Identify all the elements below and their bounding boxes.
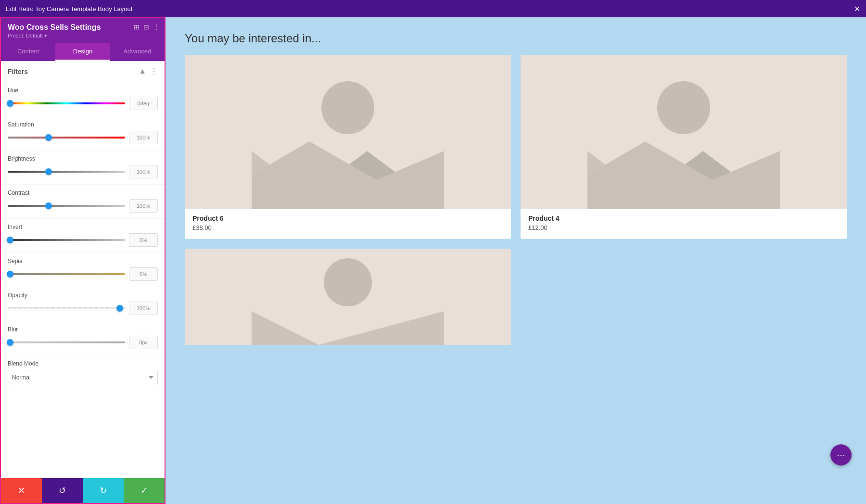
title-bar-text: Edit Retro Toy Camera Template Body Layo… — [6, 5, 132, 13]
opacity-label: Opacity — [8, 292, 158, 299]
filters-panel: Filters ▲ ⋮ Hue 0deg — [1, 61, 165, 478]
invert-thumb[interactable] — [7, 237, 13, 243]
tab-content[interactable]: Content — [1, 43, 55, 61]
tab-advanced[interactable]: Advanced — [110, 43, 165, 61]
blur-track — [8, 341, 125, 343]
cancel-button[interactable]: ✕ — [1, 478, 42, 503]
sepia-label: Sepia — [8, 258, 158, 265]
opacity-thumb[interactable] — [116, 305, 123, 312]
blur-value: 0px — [129, 336, 158, 349]
product-card-2: Product 4 £12.00 — [521, 55, 847, 239]
product-price-1: £38.00 — [192, 224, 503, 231]
product-image-svg-2 — [521, 55, 847, 209]
main-layout: ⊞ ⊟ ⋮ Woo Cross Sells Settings Preset: D… — [0, 17, 866, 504]
product-card-1: Product 6 £38.00 — [185, 55, 511, 239]
opacity-slider[interactable] — [8, 303, 125, 313]
blur-control: 0px — [8, 336, 158, 349]
save-button[interactable]: ✓ — [124, 478, 165, 503]
opacity-value: 100% — [129, 302, 158, 315]
saturation-slider[interactable] — [8, 133, 125, 142]
filter-invert: Invert 0% — [1, 219, 165, 253]
saturation-thumb[interactable] — [45, 134, 52, 141]
filters-header: Filters ▲ ⋮ — [1, 61, 165, 82]
sepia-slider[interactable] — [8, 269, 125, 279]
product-name-1: Product 6 — [192, 214, 503, 222]
contrast-value: 100% — [129, 199, 158, 213]
blur-slider[interactable] — [8, 338, 125, 347]
filters-title: Filters — [8, 68, 28, 76]
filter-sepia: Sepia 0% — [1, 253, 165, 287]
more-icon[interactable]: ⋮ — [153, 23, 160, 31]
redo-button[interactable]: ↻ — [83, 478, 124, 503]
blend-mode-row: Blend Mode Normal Multiply Screen Overla… — [1, 355, 165, 392]
tab-design[interactable]: Design — [55, 43, 110, 61]
filter-saturation: Saturation 100% — [1, 116, 165, 151]
opacity-control: 100% — [8, 302, 158, 315]
hue-slider[interactable] — [8, 99, 125, 108]
brightness-value: 100% — [129, 165, 158, 178]
filters-header-icons: ▲ ⋮ — [139, 67, 158, 76]
collapse-icon[interactable]: ▲ — [139, 67, 146, 76]
blend-mode-select[interactable]: Normal Multiply Screen Overlay Darken Li… — [8, 370, 158, 385]
sidebar-tabs: Content Design Advanced — [1, 43, 165, 61]
fab-button[interactable]: ⋯ — [830, 444, 852, 466]
invert-track — [8, 239, 125, 241]
hue-label: Hue — [8, 87, 158, 94]
undo-button[interactable]: ↺ — [42, 478, 83, 503]
blur-label: Blur — [8, 326, 158, 333]
product-card-3 — [185, 249, 511, 345]
close-button[interactable]: ✕ — [854, 4, 860, 13]
filter-blur: Blur 0px — [1, 321, 165, 355]
products-grid: Product 6 £38.00 Product 4 — [185, 55, 847, 345]
columns-icon[interactable]: ⊟ — [143, 23, 149, 31]
saturation-control: 100% — [8, 131, 158, 144]
brightness-slider[interactable] — [8, 167, 125, 176]
contrast-slider[interactable] — [8, 201, 125, 211]
brightness-track — [8, 171, 125, 173]
brightness-thumb[interactable] — [45, 168, 52, 175]
filter-hue: Hue 0deg — [1, 82, 165, 116]
product-image-2 — [521, 55, 847, 209]
grid-icon[interactable]: ⊞ — [134, 23, 140, 31]
contrast-control: 100% — [8, 199, 158, 213]
hue-value: 0deg — [129, 97, 158, 110]
product-price-2: £12.00 — [528, 224, 839, 231]
filter-opacity: Opacity 100% — [1, 287, 165, 321]
hue-thumb[interactable] — [7, 100, 13, 107]
product-image-svg-3 — [185, 249, 511, 345]
sepia-value: 0% — [129, 267, 158, 281]
preset-selector[interactable]: Preset: Default ▾ — [8, 33, 158, 39]
invert-value: 0% — [129, 233, 158, 247]
invert-control: 0% — [8, 233, 158, 247]
sidebar-icon-group: ⊞ ⊟ ⋮ — [134, 23, 160, 31]
saturation-track — [8, 137, 125, 139]
blend-mode-label: Blend Mode — [8, 360, 158, 367]
sepia-track — [8, 273, 125, 275]
saturation-label: Saturation — [8, 121, 158, 128]
contrast-track — [8, 205, 125, 207]
hue-track — [8, 102, 125, 104]
svg-point-6 — [657, 81, 710, 134]
product-image-3 — [185, 249, 511, 345]
filter-brightness: Brightness 100% — [1, 151, 165, 185]
canvas-area: You may be interested in... Product 6 £3… — [166, 17, 866, 504]
filter-contrast: Contrast 100% — [1, 185, 165, 219]
blur-thumb[interactable] — [7, 339, 13, 346]
invert-label: Invert — [8, 224, 158, 230]
product-info-2: Product 4 £12.00 — [521, 209, 847, 239]
brightness-control: 100% — [8, 165, 158, 178]
hue-control: 0deg — [8, 97, 158, 110]
sepia-thumb[interactable] — [7, 271, 13, 277]
sidebar: ⊞ ⊟ ⋮ Woo Cross Sells Settings Preset: D… — [0, 17, 166, 504]
contrast-thumb[interactable] — [45, 202, 52, 209]
sepia-control: 0% — [8, 267, 158, 281]
invert-slider[interactable] — [8, 235, 125, 245]
filters-menu-icon[interactable]: ⋮ — [150, 67, 158, 76]
product-name-2: Product 4 — [528, 214, 839, 222]
brightness-label: Brightness — [8, 155, 158, 162]
svg-point-1 — [321, 81, 374, 134]
sidebar-header: ⊞ ⊟ ⋮ Woo Cross Sells Settings Preset: D… — [1, 18, 165, 43]
product-info-1: Product 6 £38.00 — [185, 209, 511, 239]
bottom-toolbar: ✕ ↺ ↻ ✓ — [1, 478, 165, 503]
product-image-1 — [185, 55, 511, 209]
